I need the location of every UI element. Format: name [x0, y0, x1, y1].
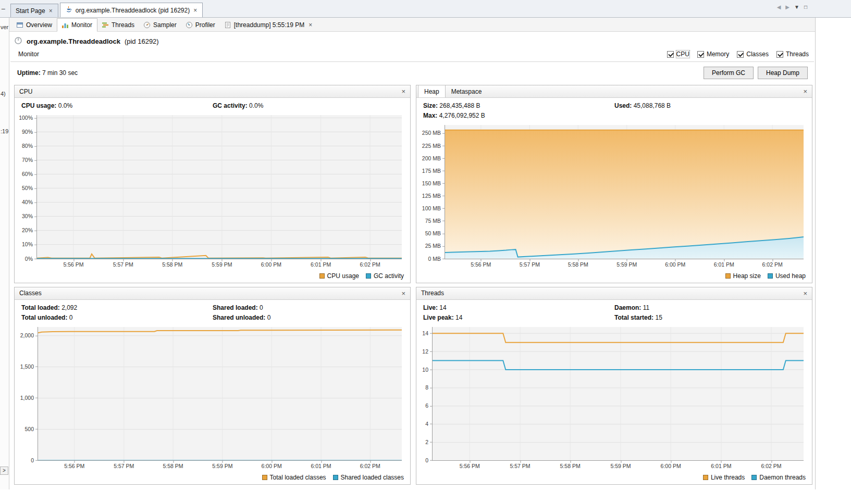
close-icon[interactable]: × — [801, 289, 809, 297]
checkbox-threads[interactable] — [776, 51, 783, 58]
toggle-classes[interactable]: Classes — [737, 51, 769, 58]
legend-swatch — [768, 273, 773, 279]
clipped-fragment: 4) — [1, 91, 6, 97]
scroll-right-icon[interactable]: ▶ — [785, 4, 790, 10]
close-icon[interactable]: × — [801, 87, 809, 95]
tab-label: org.example.Threaddeadlock (pid 16292) — [76, 7, 190, 14]
window-controls: ◀ ▶ ▼ □ — [777, 4, 807, 10]
perform-gc-button[interactable]: Perform GC — [704, 67, 754, 79]
tab-list-icon[interactable]: ▼ — [794, 4, 799, 10]
threaddump-icon — [224, 21, 231, 29]
collapsed-sidebar-strip: ver 4) :19 > — [0, 18, 9, 489]
tab-label: [threaddump] 5:55:19 PM — [234, 21, 304, 29]
tab-monitor[interactable]: Monitor — [57, 18, 97, 32]
toggle-threads[interactable]: Threads — [776, 51, 809, 58]
checkbox-classes[interactable] — [737, 51, 744, 58]
document-tabs: Start Page × org.example.Threaddeadlock … — [10, 3, 204, 17]
tab-threaddump[interactable]: [threaddump] 5:55:19 PM × — [220, 19, 317, 31]
tab-label: Start Page — [16, 7, 45, 15]
toggle-memory[interactable]: Memory — [697, 51, 729, 58]
panel-title: CPU — [19, 88, 400, 95]
monitor-section-header: Monitor CPU Memory Classes Threads — [10, 49, 814, 62]
document-tabbar: _ Start Page × org.example.Threaddeadloc… — [0, 0, 851, 18]
heap-panel-header: Heap Metaspace × — [416, 85, 812, 98]
tab-label: Threads — [112, 21, 134, 29]
tab-profiler[interactable]: Profiler — [181, 19, 220, 31]
tab-label: Overview — [26, 21, 52, 29]
toggle-cpu[interactable]: CPU — [667, 51, 689, 58]
threads-chart: 024681012145:56 PM5:57 PM5:58 PM5:59 PM6… — [418, 324, 805, 472]
legend-swatch — [751, 475, 757, 480]
monitor-section-label: Monitor — [18, 51, 39, 58]
close-icon[interactable]: × — [193, 7, 198, 14]
classes-stats: Total loaded: 2,092 Shared loaded: 0 Tot… — [15, 300, 410, 321]
panel-title: Classes — [19, 289, 400, 297]
cpu-panel: CPU × CPU usage: 0.0% GC activity: 0.0% … — [14, 85, 411, 283]
heap-stats: Size: 268,435,488 B Used: 45,088,768 B M… — [416, 98, 812, 119]
tab-label: Monitor — [71, 21, 92, 29]
checkbox-memory[interactable] — [697, 51, 704, 58]
charts-grid: CPU × CPU usage: 0.0% GC activity: 0.0% … — [14, 85, 812, 485]
application-view: Overview Monitor Threads — [9, 18, 816, 489]
java-app-icon — [65, 6, 72, 15]
tab-metaspace[interactable]: Metaspace — [446, 85, 488, 97]
uptime-row: Uptime: 7 min 30 sec Perform GC Heap Dum… — [9, 62, 815, 83]
legend-swatch — [366, 273, 371, 279]
clipped-fragment: ver — [1, 24, 8, 30]
heap-legend: Heap size Used heap — [416, 270, 812, 283]
page-header: org.example.Threaddeadlock (pid 16292) — [9, 32, 815, 49]
classes-legend: Total loaded classes Shared loaded class… — [15, 472, 410, 484]
classes-panel: Classes × Total loaded: 2,092 Shared loa… — [14, 287, 411, 485]
clipped-fragment: _ — [2, 2, 5, 9]
heap-dump-button[interactable]: Heap Dump — [758, 67, 808, 79]
cpu-chart: 0%10%20%30%40%50%60%70%80%90%100%5:56 PM… — [17, 112, 403, 270]
tab-overview[interactable]: Overview — [12, 19, 57, 31]
close-icon[interactable]: × — [400, 87, 407, 95]
close-icon[interactable]: × — [308, 21, 313, 29]
checkbox-cpu[interactable] — [667, 51, 674, 58]
cpu-panel-header: CPU × — [15, 85, 410, 98]
scroll-left-icon[interactable]: ◀ — [777, 4, 781, 10]
application-status-icon — [14, 36, 22, 46]
expand-sidebar-button[interactable]: > — [0, 467, 8, 475]
heap-chart: 0 MB25 MB50 MB75 MB100 MB125 MB150 MB175… — [418, 122, 805, 270]
clipped-fragment: :19 — [1, 128, 8, 134]
cpu-stats: CPU usage: 0.0% GC activity: 0.0% — [15, 98, 410, 109]
heap-panel: Heap Metaspace × Size: 268,435,488 B Use… — [416, 85, 812, 283]
classes-panel-header: Classes × — [15, 287, 410, 300]
maximize-icon[interactable]: □ — [804, 4, 807, 10]
uptime: Uptime: 7 min 30 sec — [17, 69, 78, 77]
threads-legend: Live threads Daemon threads — [416, 472, 812, 484]
legend-swatch — [333, 475, 338, 480]
tab-threaddeadlock[interactable]: org.example.Threaddeadlock (pid 16292) × — [60, 3, 203, 17]
threads-panel-header: Threads × — [416, 287, 812, 300]
panel-title: Threads — [421, 289, 801, 297]
legend-swatch — [725, 273, 731, 279]
uptime-label: Uptime: — [17, 69, 41, 77]
close-icon[interactable]: × — [400, 289, 407, 297]
threads-panel: Threads × Live: 14 Daemon: 11 Live peak:… — [416, 287, 812, 485]
tab-start-page[interactable]: Start Page × — [10, 4, 58, 17]
tab-label: Profiler — [195, 21, 215, 29]
view-tabbar: Overview Monitor Threads — [9, 18, 815, 32]
tab-threads[interactable]: Threads — [97, 19, 139, 31]
legend-swatch — [262, 475, 267, 480]
classes-chart: 05001,0001,5002,0005:56 PM5:57 PM5:58 PM… — [17, 324, 403, 472]
page-title: org.example.Threaddeadlock — [27, 37, 120, 45]
monitor-icon — [61, 21, 69, 29]
threads-stats: Live: 14 Daemon: 11 Live peak: 14 Total … — [416, 300, 812, 321]
tab-heap[interactable]: Heap — [418, 85, 446, 97]
tab-sampler[interactable]: Sampler — [139, 19, 181, 31]
profiler-icon — [186, 21, 193, 29]
overview-icon — [16, 21, 23, 29]
page-title-pid: (pid 16292) — [125, 37, 159, 45]
legend-swatch — [703, 475, 708, 480]
chart-toggles: CPU Memory Classes Threads — [667, 51, 809, 58]
threads-icon — [102, 21, 109, 29]
uptime-value: 7 min 30 sec — [42, 69, 78, 77]
cpu-legend: CPU usage GC activity — [15, 270, 410, 283]
close-icon[interactable]: × — [48, 7, 53, 15]
tab-label: Sampler — [153, 21, 177, 29]
sampler-icon — [143, 21, 151, 29]
legend-swatch — [319, 273, 325, 279]
